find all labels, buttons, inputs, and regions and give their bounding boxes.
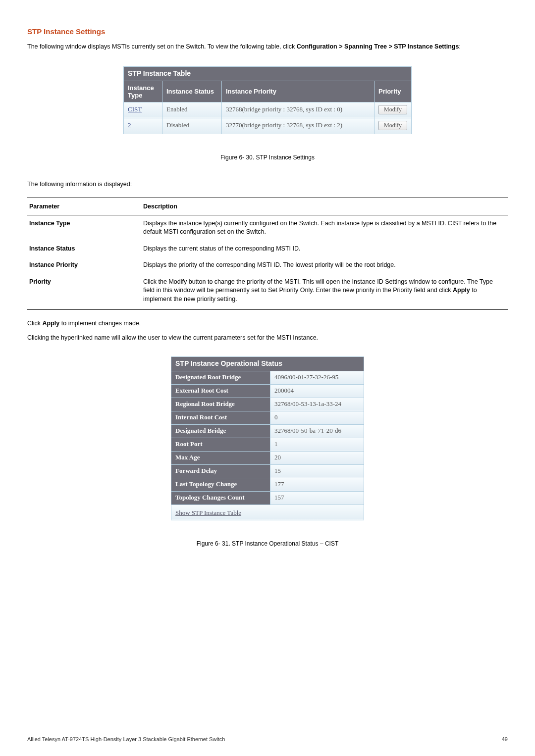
modify-button[interactable]: Modify <box>378 105 407 114</box>
intro-breadcrumb: Configuration > Spanning Tree > STP Inst… <box>297 43 459 50</box>
op-key: External Root Cost <box>171 384 270 398</box>
param-name: Instance Priority <box>27 257 141 274</box>
op-val: 177 <box>270 478 364 491</box>
param-desc-prefix: Click the Modify button to change the pr… <box>143 278 493 294</box>
instance-type-link[interactable]: CIST <box>128 105 142 113</box>
figure-caption-1: Figure 6- 30. STP Instance Settings <box>27 154 508 161</box>
op-val: 32768/00-50-ba-71-20-d6 <box>270 424 364 438</box>
op-val: 15 <box>270 464 364 478</box>
stp-instance-table: STP Instance Table Instance Type Instanc… <box>123 66 412 134</box>
param-name: Instance Status <box>27 241 141 257</box>
param-desc: Displays the instance type(s) currently … <box>141 215 508 241</box>
th-description: Description <box>141 198 508 215</box>
section-title: STP Instance Settings <box>27 27 508 36</box>
stp-instance-table-title: STP Instance Table <box>124 66 412 81</box>
th-parameter: Parameter <box>27 198 141 215</box>
op-key: Regional Root Bridge <box>171 398 270 411</box>
op-key: Last Topology Change <box>171 478 270 491</box>
op-key: Designated Root Bridge <box>171 371 270 384</box>
th-priority: Priority <box>374 81 412 102</box>
op-val: 1 <box>270 438 364 451</box>
apply-note-suffix: to implement changes made. <box>59 320 141 327</box>
op-key: Max Age <box>171 451 270 464</box>
parameter-table: Parameter Description Instance Type Disp… <box>27 198 508 310</box>
op-key: Designated Bridge <box>171 424 270 438</box>
apply-note-bold: Apply <box>43 320 60 327</box>
param-intro: The following information is displayed: <box>27 181 508 188</box>
modify-button[interactable]: Modify <box>378 121 407 130</box>
op-status-table: STP Instance Operational Status Designat… <box>171 356 364 520</box>
param-desc-bold: Apply <box>453 287 470 294</box>
cell-instance-status: Enabled <box>162 102 222 118</box>
cell-priority-action: Modify <box>374 102 412 118</box>
cell-instance-priority: 32770(bridge priority : 32768, sys ID ex… <box>222 118 374 134</box>
param-name: Priority <box>27 274 141 310</box>
op-key: Root Port <box>171 438 270 451</box>
param-desc: Displays the priority of the correspondi… <box>141 257 508 274</box>
apply-note: Click Apply to implement changes made. <box>27 319 508 328</box>
page-footer: Allied Telesyn AT-9724TS High-Density La… <box>27 736 508 742</box>
footer-left: Allied Telesyn AT-9724TS High-Density La… <box>27 736 225 742</box>
op-val: 20 <box>270 451 364 464</box>
param-desc: Displays the current status of the corre… <box>141 241 508 257</box>
footer-page-number: 49 <box>502 736 508 742</box>
intro-suffix: : <box>459 43 460 50</box>
op-key: Forward Delay <box>171 464 270 478</box>
op-val: 32768/00-53-13-1a-33-24 <box>270 398 364 411</box>
instance-type-link[interactable]: 2 <box>128 121 131 129</box>
th-instance-type: Instance Type <box>124 81 162 102</box>
op-val: 0 <box>270 411 364 424</box>
param-name: Instance Type <box>27 215 141 241</box>
show-stp-instance-table-link[interactable]: Show STP Instance Table <box>175 509 241 516</box>
hyperlink-note: Clicking the hyperlinked name will allow… <box>27 333 508 343</box>
op-val: 157 <box>270 491 364 504</box>
intro-paragraph: The following window displays MSTIs curr… <box>27 43 508 51</box>
op-link-cell: Show STP Instance Table <box>171 504 364 520</box>
figure-caption-2: Figure 6- 31. STP Instance Operational S… <box>27 540 508 547</box>
cell-instance-status: Disabled <box>162 118 222 134</box>
op-key: Topology Changes Count <box>171 491 270 504</box>
cell-instance-type: 2 <box>124 118 162 134</box>
op-status-title: STP Instance Operational Status <box>171 356 364 371</box>
th-instance-priority: Instance Priority <box>222 81 374 102</box>
op-key: Internal Root Cost <box>171 411 270 424</box>
op-val: 200004 <box>270 384 364 398</box>
th-instance-status: Instance Status <box>162 81 222 102</box>
param-desc: Click the Modify button to change the pr… <box>141 274 508 310</box>
cell-priority-action: Modify <box>374 118 412 134</box>
op-val: 4096/00-01-27-32-26-95 <box>270 371 364 384</box>
apply-note-prefix: Click <box>27 320 43 327</box>
cell-instance-type: CIST <box>124 102 162 118</box>
intro-prefix: The following window displays MSTIs curr… <box>27 43 297 50</box>
cell-instance-priority: 32768(bridge priority : 32768, sys ID ex… <box>222 102 374 118</box>
